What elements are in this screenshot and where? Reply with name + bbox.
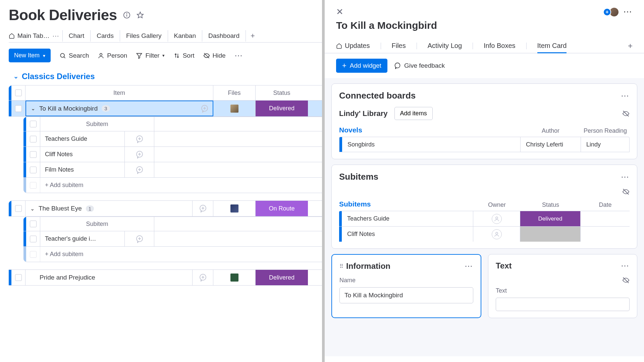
close-icon[interactable]: ✕ <box>336 7 343 17</box>
information-widget[interactable]: ⠿ Information ⋯ Name To Kill a Mockingbi… <box>331 254 481 318</box>
select-all-checkbox[interactable] <box>11 85 25 100</box>
tab-item-card[interactable]: Item Card <box>537 39 567 53</box>
name-field-value[interactable]: To Kill a Mockingbird <box>339 287 473 303</box>
widget-menu-icon[interactable]: ⋯ <box>621 172 630 182</box>
owner-cell[interactable] <box>473 211 520 226</box>
view-tab-main[interactable]: Main Tab… ⋯ <box>9 30 63 42</box>
select-all-checkbox[interactable] <box>26 117 40 131</box>
status-cell[interactable]: Delivered <box>256 270 308 285</box>
expand-subitems-icon[interactable]: ⌄ <box>30 205 35 212</box>
connected-group-label[interactable]: Novels <box>339 125 520 137</box>
text-field-value[interactable] <box>496 298 630 311</box>
give-feedback-link[interactable]: Give feedback <box>394 62 445 69</box>
add-view-button[interactable]: + <box>246 29 260 42</box>
add-update-icon[interactable] <box>125 162 154 177</box>
subitem-name[interactable]: Cliff Notes <box>40 147 125 162</box>
item-row[interactable]: ⌄ To Kill a Mockingbird 3 Delivered <box>9 101 322 117</box>
subitem-name[interactable]: Film Notes <box>40 162 125 177</box>
add-update-icon[interactable] <box>193 201 213 216</box>
add-items-button[interactable]: Add items <box>394 107 433 120</box>
row-checkbox[interactable] <box>26 131 40 146</box>
more-actions-icon[interactable]: ⋯ <box>623 7 633 17</box>
info-icon[interactable] <box>123 11 130 19</box>
subitem-row[interactable]: Cliff Notes <box>339 226 630 242</box>
subitem-row[interactable]: Film Notes <box>23 162 322 178</box>
view-tab-chart[interactable]: Chart <box>63 30 91 42</box>
expand-subitems-icon[interactable]: ⌄ <box>31 105 35 112</box>
add-update-icon[interactable] <box>125 231 154 246</box>
view-tab-dashboard[interactable]: Dashboard <box>202 30 246 42</box>
tab-activity-log[interactable]: Activity Log <box>428 39 462 53</box>
add-tab-button[interactable]: + <box>628 41 633 51</box>
subitem-column-header[interactable]: Subitem <box>40 117 154 131</box>
subitem-name[interactable]: Teachers Guide <box>40 131 125 146</box>
filter-tool[interactable]: Filter ▾ <box>136 52 164 59</box>
star-icon[interactable] <box>137 11 144 19</box>
tab-info-boxes[interactable]: Info Boxes <box>484 39 516 53</box>
row-checkbox[interactable] <box>11 201 25 216</box>
visibility-toggle-icon[interactable] <box>622 277 630 284</box>
add-widget-button[interactable]: + Add widget <box>336 59 387 73</box>
status-cell[interactable]: Delivered <box>520 211 581 226</box>
add-subitem-row[interactable]: + Add subitem <box>23 178 322 193</box>
row-checkbox[interactable] <box>26 147 40 162</box>
files-cell[interactable] <box>213 101 256 116</box>
column-header-files[interactable]: Files <box>213 85 256 100</box>
panel-title[interactable]: To Kill a Mockingbird <box>336 20 633 31</box>
files-cell[interactable] <box>213 270 256 285</box>
column-header-status[interactable]: Status <box>256 85 308 100</box>
tab-updates[interactable]: Updates <box>336 39 370 53</box>
widget-menu-icon[interactable]: ⋯ <box>465 261 473 271</box>
item-name-cell[interactable]: ⌄ The Bluest Eye 1 <box>25 201 193 216</box>
add-update-icon[interactable] <box>193 270 213 285</box>
add-subitem-row[interactable]: + Add subitem <box>23 247 322 262</box>
visibility-toggle-icon[interactable] <box>622 110 630 117</box>
search-tool[interactable]: Search <box>59 52 89 59</box>
subitems-group-label[interactable]: Subitems <box>339 199 473 211</box>
more-actions-icon[interactable]: ⋯ <box>234 51 243 60</box>
member-avatars[interactable]: + <box>603 7 619 17</box>
subitem-row[interactable]: Teacher's guide i… <box>23 231 322 247</box>
drag-handle-icon[interactable]: ⠿ <box>339 263 343 269</box>
select-all-checkbox[interactable] <box>26 217 40 231</box>
view-tab-cards[interactable]: Cards <box>91 30 120 42</box>
subitem-row[interactable]: Cliff Notes <box>23 147 322 162</box>
item-row[interactable]: Pride and Prejudice Delivered <box>9 269 322 286</box>
connected-board-name[interactable]: Lindy' Library <box>339 109 388 118</box>
row-checkbox[interactable] <box>26 162 40 177</box>
connected-item-row[interactable]: Songbirds Christy Leferti Lindy <box>339 137 630 152</box>
column-header-item[interactable]: Item <box>25 85 213 100</box>
item-row[interactable]: ⌄ The Bluest Eye 1 On Route <box>9 200 322 217</box>
widget-menu-icon[interactable]: ⋯ <box>621 91 630 101</box>
subitem-name[interactable]: Teacher's guide i… <box>40 231 125 246</box>
new-item-button[interactable]: New Item ▾ <box>9 49 51 62</box>
subitem-column-header[interactable]: Subitem <box>40 217 154 231</box>
group-header[interactable]: ⌄ Classics Deliveries <box>9 72 322 81</box>
date-cell[interactable] <box>581 211 630 226</box>
files-cell[interactable] <box>213 201 256 216</box>
sort-tool[interactable]: Sort <box>173 52 195 59</box>
item-name-cell[interactable]: Pride and Prejudice <box>25 270 193 285</box>
status-cell[interactable] <box>520 227 581 242</box>
view-tab-files[interactable]: Files Gallery <box>120 30 168 42</box>
add-update-icon[interactable] <box>125 147 154 162</box>
date-cell[interactable] <box>581 227 630 242</box>
visibility-toggle-icon[interactable] <box>622 188 630 195</box>
row-checkbox[interactable] <box>26 231 40 246</box>
add-update-icon[interactable] <box>125 131 154 146</box>
person-tool[interactable]: Person <box>98 52 127 59</box>
row-checkbox[interactable] <box>11 270 25 285</box>
hide-tool[interactable]: Hide <box>203 52 226 59</box>
item-name-cell[interactable]: ⌄ To Kill a Mockingbird 3 <box>25 101 213 116</box>
add-member-icon[interactable]: + <box>603 8 611 16</box>
status-cell[interactable]: On Route <box>256 201 308 216</box>
row-checkbox[interactable] <box>11 101 25 116</box>
owner-cell[interactable] <box>473 227 520 242</box>
status-cell[interactable]: Delivered <box>256 101 308 116</box>
subitem-row[interactable]: Teachers Guide Delivered <box>339 211 630 226</box>
widget-menu-icon[interactable]: ⋯ <box>621 261 630 270</box>
view-tab-kanban[interactable]: Kanban <box>168 30 203 42</box>
tab-files[interactable]: Files <box>392 39 406 53</box>
add-update-icon[interactable] <box>201 105 209 113</box>
subitem-row[interactable]: Teachers Guide <box>23 131 322 147</box>
